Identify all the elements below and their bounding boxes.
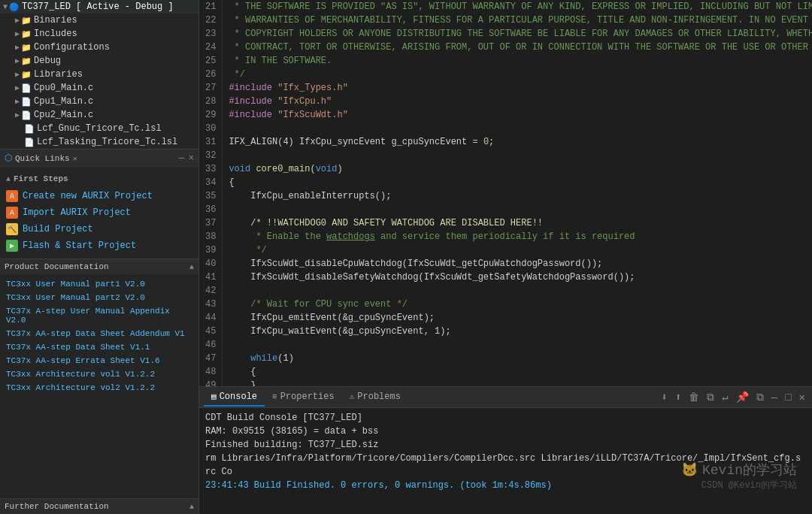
new-window-btn[interactable]: ⧉ — [754, 390, 766, 405]
product-docs-header: Product Documentation ▲ — [0, 259, 198, 274]
code-line-26: */ — [229, 68, 806, 81]
quick-links-panel: ⬡ Quick Links ✕ — × ▲ First Steps A Crea… — [0, 149, 198, 259]
link-flash-start-label: Flash & Start Project — [23, 240, 136, 251]
problems-tab-icon: ⚠ — [350, 392, 355, 401]
code-line-28: #include "IfxCpu.h" — [229, 95, 806, 108]
console-line-cmd: rm Libraries/Infra/Platform/Tricore/Comp… — [205, 452, 806, 479]
tree-root-item[interactable]: ▼ 🔵 TC377_LED [ Active - Debug ] — [0, 0, 198, 14]
clear-console-btn[interactable]: 🗑 — [686, 390, 701, 405]
flash-start-icon: ▶ — [6, 240, 18, 252]
doc-link-tc37x-astep-appendix[interactable]: TC37x A-step User Manual Appendix V2.0 — [6, 304, 192, 327]
minimize-button[interactable]: — — [179, 153, 184, 164]
project-icon: 🔵 — [9, 2, 20, 12]
c-file-icon: 📄 — [21, 97, 32, 107]
code-line-47: while(1) — [229, 352, 806, 365]
tree-item-debug[interactable]: ▶ 📁 Debug — [0, 54, 198, 68]
copy-btn[interactable]: ⧉ — [704, 390, 717, 405]
problems-tab-label: Problems — [357, 392, 401, 402]
link-build-project[interactable]: 🔨 Build Project — [6, 221, 192, 237]
doc-link-tc3xx-arch-vol1[interactable]: TC3xx Architecture vol1 V1.2.2 — [6, 367, 192, 381]
chevron-icon: ▶ — [15, 29, 20, 38]
c-file-icon: 📄 — [21, 110, 32, 120]
first-steps-label: First Steps — [14, 174, 68, 183]
pin-btn[interactable]: 📌 — [734, 389, 751, 405]
line-num-48: 48 — [205, 365, 216, 379]
code-line-43: /* Wait for CPU sync event */ — [229, 298, 806, 311]
properties-tab-icon: ≡ — [272, 392, 277, 401]
tab-properties[interactable]: ≡ Properties — [265, 389, 342, 407]
chevron-icon: ▶ — [15, 70, 20, 79]
scroll-down-btn[interactable]: ⬇ — [659, 389, 669, 405]
product-docs-panel: Product Documentation ▲ TC3xx User Manua… — [0, 259, 198, 498]
doc-link-tc3xx-arch-vol2[interactable]: TC3xx Architecture vol2 V1.2.2 — [6, 381, 192, 395]
tab-console[interactable]: ▤ Console — [204, 389, 265, 407]
doc-link-tc37x-aa-addendum[interactable]: TC37x AA-step Data Sheet Addendum V1 — [6, 327, 192, 340]
code-line-41: IfxScuWdt_disableSafetyWatchdog(IfxScuWd… — [229, 271, 806, 284]
tree-item-libraries[interactable]: ▶ 📁 Libraries — [0, 68, 198, 81]
code-line-30 — [229, 122, 806, 135]
tree-item-lcf-tasking[interactable]: 📄 Lcf_Tasking_Tricore_Tc.lsl — [0, 135, 198, 149]
line-num-34: 34 — [205, 176, 216, 189]
collapse-icon[interactable]: ▲ — [6, 175, 11, 183]
chevron-icon: ▶ — [15, 110, 20, 119]
close-button[interactable]: × — [189, 153, 194, 164]
project-tree: ▼ 🔵 TC377_LED [ Active - Debug ] ▶ 📁 Bin… — [0, 0, 198, 149]
chevron-icon: ▶ — [15, 16, 20, 25]
doc-link-tc37x-aa-datasheet[interactable]: TC37x AA-step Data Sheet V1.1 — [6, 340, 192, 354]
link-import-project-label: Import AURIX Project — [23, 207, 131, 218]
tree-item-label: Lcf_Tasking_Tricore_Tc.lsl — [37, 137, 177, 147]
code-line-46 — [229, 338, 806, 352]
code-line-32 — [229, 149, 806, 162]
tree-item-label: Includes — [34, 29, 77, 39]
link-flash-start[interactable]: ▶ Flash & Start Project — [6, 237, 192, 254]
line-num-23: 23 — [205, 27, 216, 41]
line-num-27: 27 — [205, 81, 216, 95]
tree-item-binaries[interactable]: ▶ 📁 Binaries — [0, 14, 198, 27]
expand-icon: ▼ — [3, 3, 8, 11]
folder-icon: 📁 — [21, 56, 32, 66]
tree-item-label: Configurations — [34, 42, 110, 53]
close-console-btn[interactable]: ✕ — [797, 389, 807, 405]
folder-icon: 📁 — [21, 16, 32, 26]
scroll-up-btn[interactable]: ⬆ — [673, 389, 683, 405]
tree-item-cpu2main[interactable]: ▶ 📄 Cpu2_Main.c — [0, 108, 198, 122]
code-line-29: #include "IfxScuWdt.h" — [229, 108, 806, 122]
line-num-36: 36 — [205, 203, 216, 216]
code-content[interactable]: * THE SOFTWARE IS PROVIDED "AS IS", WITH… — [223, 0, 812, 386]
doc-link-tc37x-aa-errata[interactable]: TC37x AA-step Errata Sheet V1.6 — [6, 354, 192, 367]
link-create-project[interactable]: A Create new AURIX Project — [6, 188, 192, 204]
code-line-48: { — [229, 365, 806, 379]
line-num-47: 47 — [205, 352, 216, 365]
line-num-22: 22 — [205, 14, 216, 27]
tab-problems[interactable]: ⚠ Problems — [342, 389, 408, 407]
line-num-38: 38 — [205, 230, 216, 243]
view-menu-icon: ✕ — [73, 154, 77, 163]
collapse-product-docs[interactable]: ▲ — [189, 263, 194, 271]
code-line-27: #include "Ifx_Types.h" — [229, 81, 806, 95]
tree-item-lcf-gnuc[interactable]: 📄 Lcf_Gnuc_Tricore_Tc.lsl — [0, 122, 198, 135]
tree-item-includes[interactable]: ▶ 📁 Includes — [0, 27, 198, 41]
code-line-21: * THE SOFTWARE IS PROVIDED "AS IS", WITH… — [229, 0, 806, 14]
console-line-ram: RAM: 0x9515 (38165) = data + bss — [205, 425, 806, 438]
doc-link-tc3xx-manual-p1[interactable]: TC3xx User Manual part1 V2.0 — [6, 277, 192, 291]
further-docs-header: Further Documentation ▲ — [0, 499, 198, 514]
collapse-further-docs[interactable]: ▲ — [189, 503, 194, 511]
tree-item-cpu1main[interactable]: ▶ 📄 Cpu1_Main.c — [0, 95, 198, 108]
folder-icon: 📁 — [21, 43, 32, 53]
word-wrap-btn[interactable]: ↵ — [720, 389, 730, 405]
tree-item-label: Lcf_Gnuc_Tricore_Tc.lsl — [37, 123, 162, 134]
link-build-project-label: Build Project — [23, 224, 93, 234]
further-docs-header-left: Further Documentation — [5, 502, 109, 511]
tree-item-configurations[interactable]: ▶ 📁 Configurations — [0, 41, 198, 54]
link-import-project[interactable]: A Import AURIX Project — [6, 204, 192, 221]
maximize-console-btn[interactable]: □ — [783, 390, 793, 405]
tree-item-label: Binaries — [34, 15, 77, 26]
line-num-29: 29 — [205, 108, 216, 122]
line-numbers: 21 22 23 24 25 26 27 28 29 30 31 32 33 3… — [199, 0, 223, 386]
doc-link-tc3xx-manual-p2[interactable]: TC3xx User Manual part2 V2.0 — [6, 291, 192, 304]
code-editor[interactable]: 21 22 23 24 25 26 27 28 29 30 31 32 33 3… — [199, 0, 812, 386]
console-tab-label: Console — [220, 392, 257, 402]
minimize-console-btn[interactable]: — — [769, 390, 780, 405]
tree-item-label: Cpu0_Main.c — [34, 83, 93, 93]
tree-item-cpu0main[interactable]: ▶ 📄 Cpu0_Main.c — [0, 81, 198, 95]
